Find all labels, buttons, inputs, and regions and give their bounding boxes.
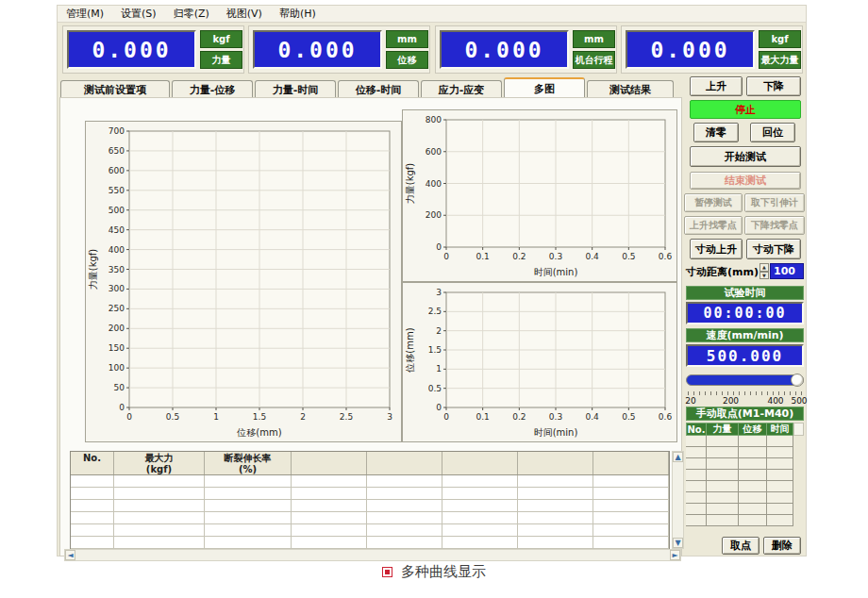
max-force-unit-badge: kgf bbox=[759, 30, 801, 48]
results-column-header-1: 最大力(kgf) bbox=[114, 452, 205, 474]
stroke-label-badge: 机台行程 bbox=[573, 51, 615, 69]
svg-text:650: 650 bbox=[108, 146, 125, 156]
chart-canvas-0: 00.511.522.53050100150200250300350400450… bbox=[86, 122, 399, 440]
point-table-cell bbox=[707, 447, 739, 458]
svg-text:2: 2 bbox=[300, 412, 306, 422]
point-table-column-0: No. bbox=[686, 423, 707, 436]
results-table-cell bbox=[518, 475, 593, 487]
up-button[interactable]: 上升 bbox=[690, 76, 743, 96]
results-table-cell bbox=[442, 488, 518, 499]
results-table-cell bbox=[114, 524, 205, 536]
results-column-header-6 bbox=[518, 452, 593, 474]
stepper-up-icon[interactable]: ▲ bbox=[760, 263, 769, 272]
results-table-header: No.最大力(kgf)断裂伸长率(%) bbox=[71, 452, 669, 475]
results-table-cell bbox=[71, 537, 114, 548]
test-time-readout: 00:00:00 bbox=[686, 302, 804, 324]
point-table-scroll-top[interactable] bbox=[793, 423, 804, 436]
jog-distance-input[interactable]: 100 bbox=[770, 263, 804, 279]
results-table-row bbox=[71, 537, 669, 549]
tab-2[interactable]: 力量-时间 bbox=[255, 80, 336, 98]
point-table-cell bbox=[767, 515, 793, 526]
point-table-cell bbox=[707, 470, 739, 481]
jog-up-button[interactable]: 寸动上升 bbox=[690, 239, 743, 259]
results-table-cell bbox=[292, 475, 367, 487]
point-table-cell bbox=[707, 504, 739, 515]
clear-zero-button[interactable]: 清零 bbox=[693, 123, 739, 142]
svg-text:600: 600 bbox=[108, 166, 125, 175]
tab-bar: 测试前设置项力量-位移力量-时间位移-时间应力-应变多图测试结果 bbox=[60, 77, 676, 98]
svg-text:0.5: 0.5 bbox=[428, 384, 442, 393]
multi-chart-page: 00.511.522.53050100150200250300350400450… bbox=[59, 97, 682, 556]
slider-scale-3: 500 bbox=[791, 396, 807, 406]
results-table-cell bbox=[367, 512, 442, 523]
results-horizontal-scrollbar[interactable]: ◄ ► bbox=[64, 549, 681, 561]
results-table-cell bbox=[593, 475, 669, 487]
point-table-row bbox=[686, 481, 804, 492]
results-table-cell bbox=[71, 500, 114, 511]
svg-text:300: 300 bbox=[108, 284, 125, 293]
tab-3[interactable]: 位移-时间 bbox=[338, 80, 419, 98]
pick-point-button[interactable]: 取点 bbox=[722, 537, 760, 555]
caption-text: 多种曲线显示 bbox=[401, 563, 486, 581]
point-table-cell bbox=[739, 515, 767, 526]
point-table-row bbox=[686, 458, 804, 470]
tab-0[interactable]: 测试前设置项 bbox=[60, 80, 170, 98]
header-line2: (kgf) bbox=[114, 464, 204, 475]
svg-text:0.5: 0.5 bbox=[622, 412, 635, 422]
return-home-button[interactable]: 回位 bbox=[750, 123, 795, 142]
results-table-cell bbox=[367, 537, 442, 548]
results-table-cell bbox=[442, 524, 518, 536]
display-group-displacement: 0.000 mm 位移 bbox=[248, 25, 430, 74]
menu-item-1[interactable]: 设置(S) bbox=[112, 6, 165, 22]
results-table-cell bbox=[442, 500, 518, 511]
results-table-cell bbox=[442, 475, 518, 487]
menu-item-4[interactable]: 帮助(H) bbox=[271, 6, 325, 22]
menu-item-3[interactable]: 视图(V) bbox=[218, 6, 271, 22]
results-table-cell bbox=[114, 500, 205, 511]
menu-item-2[interactable]: 归零(Z) bbox=[165, 6, 218, 22]
speed-slider[interactable] bbox=[686, 374, 804, 386]
svg-text:0: 0 bbox=[436, 242, 442, 252]
svg-text:600: 600 bbox=[426, 147, 442, 157]
tab-5[interactable]: 多图 bbox=[504, 77, 585, 98]
down-button[interactable]: 下降 bbox=[746, 76, 801, 96]
control-panel: 上升 下降 停止 清零 回位 开始测试 结束测试 暂停测试 取下引伸计 上升找零… bbox=[682, 75, 808, 557]
tab-6[interactable]: 测试结果 bbox=[587, 80, 674, 98]
tab-4[interactable]: 应力-应变 bbox=[421, 80, 502, 98]
point-table-cell bbox=[767, 447, 793, 458]
svg-text:1: 1 bbox=[436, 364, 442, 374]
menu-item-0[interactable]: 管理(M) bbox=[58, 6, 112, 22]
chart-force-time: 00.10.20.30.40.50.60200400600800时间(min)力… bbox=[402, 109, 677, 282]
results-table-cell bbox=[518, 512, 593, 523]
point-table-cell bbox=[686, 504, 707, 515]
svg-text:0.1: 0.1 bbox=[476, 412, 490, 422]
slider-scale-1: 200 bbox=[723, 396, 739, 406]
svg-text:0.2: 0.2 bbox=[512, 412, 526, 422]
results-table-cell bbox=[205, 524, 292, 536]
jog-distance-stepper[interactable]: ▲ ▼ bbox=[760, 263, 769, 279]
display-group-max-force: 0.000 kgf 最大力量 bbox=[621, 25, 803, 74]
svg-text:500: 500 bbox=[108, 206, 125, 215]
svg-text:550: 550 bbox=[108, 186, 125, 195]
start-test-button[interactable]: 开始测试 bbox=[690, 146, 801, 167]
svg-text:0.6: 0.6 bbox=[659, 252, 673, 261]
results-table-cell bbox=[442, 512, 518, 523]
stop-button[interactable]: 停止 bbox=[690, 100, 801, 119]
force-label-badge: 力量 bbox=[200, 51, 242, 69]
point-table-cell bbox=[707, 458, 739, 470]
point-table-cell bbox=[767, 504, 793, 515]
tab-1[interactable]: 力量-位移 bbox=[172, 80, 253, 98]
scroll-right-icon[interactable]: ► bbox=[670, 550, 680, 560]
results-table-cell bbox=[205, 512, 292, 523]
svg-text:0: 0 bbox=[126, 412, 132, 422]
scroll-left-icon[interactable]: ◄ bbox=[65, 550, 75, 560]
stepper-down-icon[interactable]: ▼ bbox=[760, 272, 769, 280]
svg-text:350: 350 bbox=[108, 265, 125, 274]
point-table-column-1: 力量 bbox=[707, 423, 739, 436]
svg-text:0.2: 0.2 bbox=[512, 252, 526, 261]
speed-slider-thumb[interactable] bbox=[791, 374, 804, 387]
jog-down-button[interactable]: 寸动下降 bbox=[746, 239, 801, 259]
delete-point-button[interactable]: 删除 bbox=[763, 537, 801, 555]
manual-points-header: 手动取点(M1-M40) bbox=[686, 407, 804, 421]
results-table-row bbox=[71, 488, 669, 500]
